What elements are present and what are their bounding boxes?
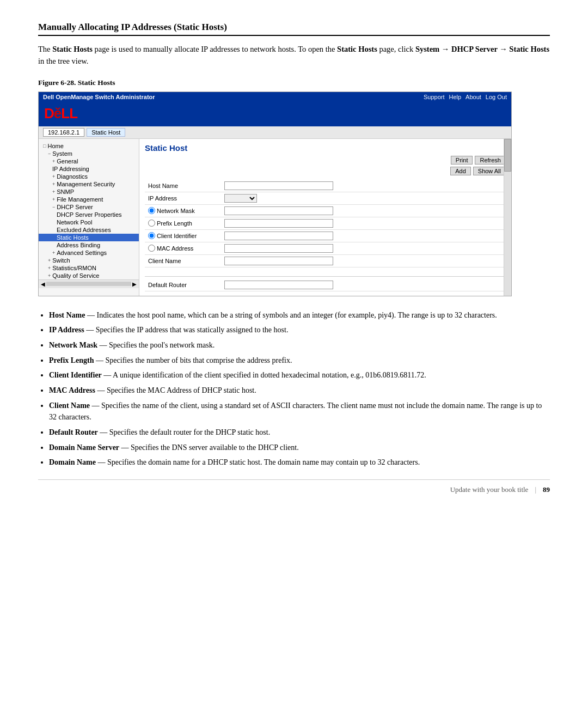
input-cell-client-id — [221, 229, 506, 242]
logo-bar: DěLL — [39, 102, 511, 126]
input-cell-client-name — [221, 254, 506, 267]
scroll-thumb[interactable] — [504, 139, 511, 172]
panel-buttons-top: Print Refresh — [145, 156, 506, 165]
field-row-client-name: Client Name — [145, 254, 506, 267]
label-host-name: Host Name — [145, 180, 221, 192]
home-icon: □ — [43, 143, 46, 149]
tree-item-ip-addressing[interactable]: IP Addressing — [39, 165, 139, 173]
support-link[interactable]: Support — [424, 94, 445, 100]
scroll-left-arrow[interactable]: ◀ — [41, 281, 45, 287]
stats-expand-icon: + — [48, 265, 51, 271]
tree-item-diagnostics[interactable]: + Diagnostics — [39, 173, 139, 180]
tree-item-addr-binding[interactable]: Address Binding — [39, 241, 139, 249]
tree-item-general[interactable]: + General — [39, 157, 139, 165]
tree-item-dhcp-props[interactable]: DHCP Server Properties — [39, 211, 139, 218]
field-row-host-name: Host Name — [145, 180, 506, 192]
tree-item-home[interactable]: □ Home — [39, 142, 139, 150]
logout-link[interactable]: Log Out — [486, 94, 507, 100]
input-cell-ip-address — [221, 192, 506, 204]
radio-label-prefix-length: Prefix Length — [148, 220, 218, 227]
tree-label-static-hosts: Static Hosts — [57, 234, 89, 241]
dell-logo: DěLL — [44, 105, 506, 122]
radio-client-id[interactable] — [148, 232, 155, 239]
client-id-input[interactable] — [224, 232, 333, 240]
print-button[interactable]: Print — [451, 156, 473, 165]
tree-label-advanced-settings: Advanced Settings — [57, 249, 107, 256]
tree-item-advanced-settings[interactable]: + Advanced Settings — [39, 249, 139, 257]
adv-settings-expand-icon: + — [52, 250, 55, 255]
prefix-length-input[interactable] — [224, 219, 333, 228]
right-panel: Static Host Print Refresh Add Show All H… — [139, 139, 511, 296]
tree-label-dhcp-server: DHCP Server — [57, 204, 93, 210]
list-item-host-name: Host Name — Indicates the host pool name… — [49, 309, 550, 321]
radio-label-mac-address: MAC Address — [148, 245, 218, 252]
list-item-network-mask: Network Mask — Specifies the pool's netw… — [49, 339, 550, 351]
tree-label-qos: Quality of Service — [52, 272, 99, 279]
refresh-button[interactable]: Refresh — [475, 156, 506, 165]
page-number: 89 — [543, 485, 550, 494]
radio-prefix-length[interactable] — [148, 220, 155, 227]
breadcrumb-ip[interactable]: 192.168.2.1 — [43, 128, 84, 137]
tree-label-system: System — [52, 150, 72, 157]
tree-label-mgmt-security: Management Security — [57, 181, 115, 187]
list-item-default-router: Default Router — Specifies the default r… — [49, 427, 550, 439]
input-cell-mac-address — [221, 242, 506, 254]
label-mac-address: MAC Address — [145, 242, 221, 254]
list-item-prefix-length: Prefix Length — Specifies the number of … — [49, 355, 550, 367]
input-cell-prefix-length — [221, 217, 506, 229]
tree-label-network-pool: Network Pool — [57, 219, 92, 226]
field-row-ip-address: IP Address — [145, 192, 506, 204]
section-heading: Manually Allocating IP Addresses (Static… — [38, 22, 550, 36]
add-button[interactable]: Add — [450, 167, 471, 175]
host-name-input[interactable] — [224, 181, 333, 190]
list-item-client-name: Client Name — Specifies the name of the … — [49, 400, 550, 423]
snmp-expand-icon: + — [52, 189, 55, 194]
input-cell-network-mask — [221, 204, 506, 217]
ip-address-select[interactable] — [224, 194, 257, 203]
tree-item-switch[interactable]: + Switch — [39, 257, 139, 264]
tree-item-system[interactable]: − System — [39, 150, 139, 157]
radio-network-mask[interactable] — [148, 207, 155, 214]
tree-label-home: Home — [47, 143, 63, 149]
network-mask-input[interactable] — [224, 206, 333, 215]
label-client-name: Client Name — [145, 254, 221, 267]
list-item-ip-address: IP Address — Specifies the IP address th… — [49, 324, 550, 336]
help-link[interactable]: Help — [449, 94, 461, 100]
intro-text: The Static Hosts page is used to manuall… — [38, 44, 550, 68]
tree-item-dhcp-server[interactable]: − DHCP Server — [39, 203, 139, 211]
tree-label-diagnostics: Diagnostics — [57, 173, 88, 180]
sidebar-scrollbar[interactable]: ◀ ▶ — [39, 279, 139, 288]
footer-book-title: Update with your book title — [450, 485, 529, 494]
about-link[interactable]: About — [465, 94, 481, 100]
qos-expand-icon: + — [48, 273, 51, 278]
bullet-list: Host Name — Indicates the host pool name… — [49, 309, 550, 469]
label-default-router: Default Router — [145, 279, 221, 291]
tree-item-snmp[interactable]: + SNMP — [39, 188, 139, 196]
tree-item-static-hosts[interactable]: Static Hosts — [39, 234, 139, 241]
label-client-id: Client Identifier — [145, 229, 221, 242]
switch-expand-icon: + — [48, 258, 51, 263]
top-bar-links: Support Help About Log Out — [424, 94, 507, 100]
tree-item-qos[interactable]: + Quality of Service — [39, 272, 139, 279]
tree-item-network-pool[interactable]: Network Pool — [39, 218, 139, 226]
breadcrumb-static-host[interactable]: Static Host — [87, 128, 125, 137]
scroll-right-arrow[interactable]: ▶ — [132, 281, 137, 287]
right-scrollbar[interactable] — [504, 139, 511, 296]
tree-label-excluded-addr: Excluded Addresses — [57, 227, 111, 233]
field-row-prefix-length: Prefix Length — [145, 217, 506, 229]
input-cell-default-router — [221, 279, 506, 291]
tree-item-file-mgmt[interactable]: + File Management — [39, 196, 139, 203]
tree-item-excluded-addr[interactable]: Excluded Addresses — [39, 226, 139, 234]
client-name-input[interactable] — [224, 257, 333, 265]
mgmt-sec-expand-icon: + — [52, 181, 55, 187]
radio-mac-address[interactable] — [148, 245, 155, 252]
tree-item-mgmt-security[interactable]: + Management Security — [39, 180, 139, 188]
default-router-input[interactable] — [224, 281, 333, 289]
field-row-network-mask: Network Mask — [145, 204, 506, 217]
tree-item-stats-rmon[interactable]: + Statistics/RMON — [39, 264, 139, 272]
panel-buttons-bottom: Add Show All — [145, 167, 506, 175]
mac-address-input[interactable] — [224, 244, 333, 253]
app-title: Dell OpenManage Switch Administrator — [43, 94, 155, 100]
show-all-button[interactable]: Show All — [473, 167, 506, 175]
list-item-client-id: Client Identifier — A unique identificat… — [49, 369, 550, 381]
